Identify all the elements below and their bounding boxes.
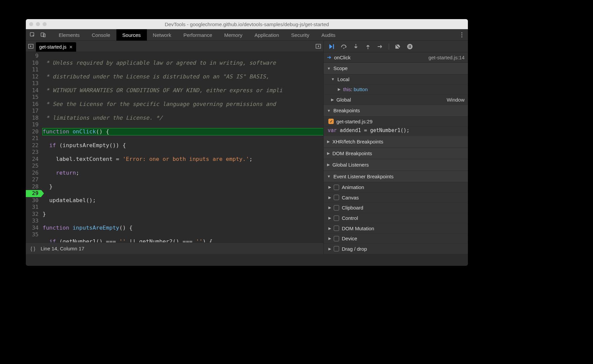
- tab-performance[interactable]: Performance: [177, 29, 218, 41]
- file-tab[interactable]: get-started.js ✕: [36, 42, 76, 52]
- checkbox-icon[interactable]: [334, 195, 339, 200]
- line-number[interactable]: 31: [26, 204, 41, 211]
- scope-local-row[interactable]: ▼Local: [324, 74, 468, 85]
- elb-category[interactable]: ▶DOM Mutation: [324, 223, 468, 234]
- main-area: get-started.js ✕ 9 10 11 12 13 14 15 16: [26, 41, 468, 254]
- line-number[interactable]: 12: [26, 73, 41, 80]
- line-number[interactable]: 16: [26, 101, 41, 108]
- line-number[interactable]: 19: [26, 121, 41, 128]
- panel-tabs: Elements Console Sources Network Perform…: [53, 29, 458, 41]
- tab-audits[interactable]: Audits: [315, 29, 341, 41]
- breakpoint-preview: var addend1 = getNumber1();: [324, 127, 468, 136]
- deactivate-breakpoints-icon[interactable]: [394, 43, 401, 50]
- line-number[interactable]: 10: [26, 60, 41, 67]
- scope-global-row[interactable]: ▶GlobalWindow: [324, 95, 468, 105]
- kebab-menu-icon[interactable]: [458, 32, 466, 38]
- checkbox-icon[interactable]: [334, 226, 339, 231]
- svg-point-3: [462, 33, 463, 34]
- step-into-icon[interactable]: [353, 43, 359, 50]
- svg-point-10: [356, 44, 357, 45]
- device-toolbar-icon[interactable]: [39, 30, 48, 40]
- disclosure-right-icon: ▶: [338, 87, 340, 92]
- tab-memory[interactable]: Memory: [218, 29, 249, 41]
- disclosure-right-icon: ▶: [328, 195, 331, 200]
- devtools-toolbar: Elements Console Sources Network Perform…: [26, 29, 468, 41]
- pause-on-exceptions-icon[interactable]: [407, 43, 413, 50]
- svg-point-9: [343, 48, 344, 49]
- debugger-toggle-icon[interactable]: [313, 44, 323, 49]
- line-number[interactable]: 25: [26, 163, 41, 170]
- code-editor[interactable]: 9 10 11 12 13 14 15 16 17 18 19 20 21 22…: [26, 52, 323, 242]
- tab-elements[interactable]: Elements: [53, 29, 86, 41]
- svg-rect-13: [409, 45, 410, 48]
- call-frame-arrow-icon: ➔: [327, 54, 331, 60]
- window-titlebar: DevTools - googlechrome.github.io/devtoo…: [26, 19, 468, 29]
- tab-security[interactable]: Security: [285, 29, 315, 41]
- call-stack-row[interactable]: ➔ onClick get-started.js:14: [324, 52, 468, 63]
- step-over-icon[interactable]: [340, 43, 347, 50]
- line-number[interactable]: 26: [26, 170, 41, 177]
- line-number[interactable]: 20: [26, 128, 41, 135]
- line-number[interactable]: 32: [26, 211, 41, 218]
- navigator-toggle-icon[interactable]: [26, 44, 36, 49]
- elb-category[interactable]: ▶Device: [324, 234, 468, 244]
- line-number[interactable]: 9: [26, 53, 41, 60]
- checkbox-icon[interactable]: [334, 236, 339, 241]
- line-number[interactable]: 28: [26, 183, 41, 190]
- scope-section-header[interactable]: ▼Scope: [324, 63, 468, 74]
- line-number[interactable]: 35: [26, 231, 41, 238]
- xhr-breakpoints-header[interactable]: ▶XHR/fetch Breakpoints: [324, 136, 468, 147]
- line-number[interactable]: 22: [26, 142, 41, 149]
- devtools-window: DevTools - googlechrome.github.io/devtoo…: [26, 19, 468, 266]
- line-number[interactable]: 17: [26, 108, 41, 115]
- checkbox-icon[interactable]: [334, 246, 339, 251]
- elb-category[interactable]: ▶Canvas: [324, 193, 468, 203]
- step-out-icon[interactable]: [365, 43, 371, 50]
- line-number-breakpoint[interactable]: 29: [26, 190, 41, 197]
- elb-category[interactable]: ▶Animation: [324, 182, 468, 193]
- code-content[interactable]: * Unless required by applicable law or a…: [41, 52, 323, 242]
- disclosure-down-icon: ▼: [331, 77, 335, 81]
- elb-category[interactable]: ▶Control: [324, 213, 468, 224]
- line-number[interactable]: 30: [26, 197, 41, 204]
- pretty-print-icon[interactable]: { }: [31, 246, 35, 251]
- line-number[interactable]: 13: [26, 80, 41, 87]
- scope-variable-row[interactable]: ▶this: button: [324, 84, 468, 95]
- line-number[interactable]: 33: [26, 218, 41, 225]
- line-number[interactable]: 21: [26, 135, 41, 142]
- call-frame-location: get-started.js:14: [428, 55, 465, 60]
- checkbox-icon[interactable]: [334, 185, 339, 190]
- line-number[interactable]: 14: [26, 87, 41, 94]
- line-number[interactable]: 24: [26, 156, 41, 163]
- breakpoint-item[interactable]: get-started.js:29: [324, 117, 468, 127]
- tab-network[interactable]: Network: [147, 29, 177, 41]
- line-number[interactable]: 15: [26, 94, 41, 101]
- resume-icon[interactable]: [328, 43, 335, 50]
- line-gutter[interactable]: 9 10 11 12 13 14 15 16 17 18 19 20 21 22…: [26, 52, 41, 242]
- line-number[interactable]: 11: [26, 66, 41, 73]
- close-icon[interactable]: ✕: [69, 45, 73, 50]
- checkbox-icon[interactable]: [334, 216, 339, 221]
- tab-sources[interactable]: Sources: [116, 29, 147, 41]
- tab-console[interactable]: Console: [86, 29, 116, 41]
- svg-point-11: [368, 48, 369, 49]
- disclosure-right-icon: ▶: [327, 151, 330, 156]
- step-icon[interactable]: [377, 43, 383, 50]
- disclosure-right-icon: ▶: [328, 247, 331, 251]
- line-number[interactable]: 34: [26, 225, 41, 232]
- global-listeners-header[interactable]: ▶Global Listeners: [324, 159, 468, 171]
- elb-category[interactable]: ▶Clipboard: [324, 203, 468, 213]
- breakpoints-section-header[interactable]: ▼Breakpoints: [324, 105, 468, 116]
- line-number[interactable]: 27: [26, 176, 41, 183]
- svg-point-5: [462, 37, 463, 38]
- checkbox-checked-icon[interactable]: [328, 119, 334, 124]
- elb-category[interactable]: ▶Drag / drop: [324, 244, 468, 254]
- dom-breakpoints-header[interactable]: ▶DOM Breakpoints: [324, 148, 468, 159]
- line-number[interactable]: 23: [26, 149, 41, 156]
- checkbox-icon[interactable]: [334, 205, 339, 210]
- tab-application[interactable]: Application: [249, 29, 285, 41]
- event-listener-breakpoints-header[interactable]: ▼Event Listener Breakpoints: [324, 171, 468, 182]
- line-number[interactable]: 18: [26, 115, 41, 122]
- inspect-icon[interactable]: [28, 30, 37, 40]
- disclosure-right-icon: ▶: [327, 163, 330, 167]
